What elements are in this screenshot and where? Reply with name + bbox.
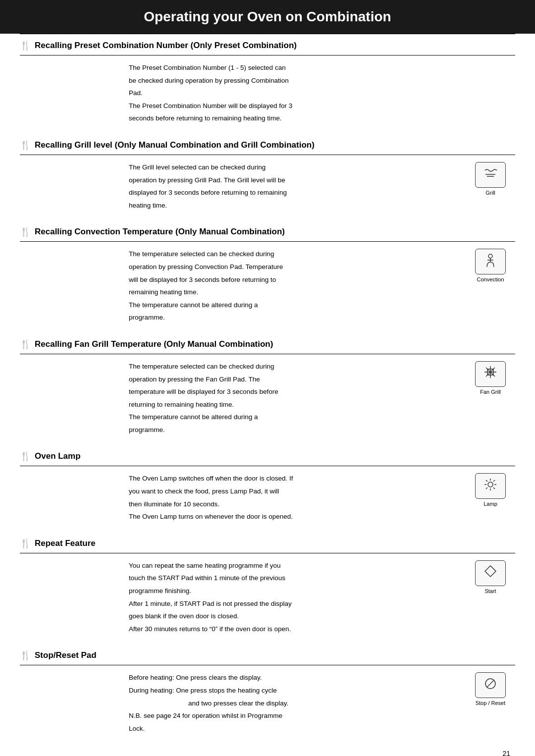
text-line: programme. (129, 312, 461, 323)
text-line: The temperature selected can be checked … (129, 361, 461, 372)
section-repeat: 🍴 Repeat Feature You can repeat the same… (20, 531, 515, 644)
section-header-lamp: 🍴 Oven Lamp (20, 444, 515, 466)
section-body-preset: The Preset Combination Number (1 - 5) se… (20, 55, 515, 133)
cutlery-icon-5: 🍴 (20, 451, 31, 462)
section-title-convection: Recalling Convection Temperature (Only M… (35, 227, 285, 237)
start-button-box: Start (471, 560, 510, 594)
section-title-repeat: Repeat Feature (35, 539, 96, 548)
svg-marker-19 (485, 566, 496, 577)
grill-button-label: Grill (485, 190, 495, 196)
start-button-visual[interactable] (475, 560, 506, 586)
section-body-grill: The Grill level selected can be checked … (20, 155, 515, 219)
section-header-preset: 🍴 Recalling Preset Combination Number (O… (20, 34, 515, 55)
stop-reset-icon (483, 677, 497, 693)
section-text-lamp: The Oven Lamp switches off when the door… (20, 473, 471, 524)
section-text-preset: The Preset Combination Number (1 - 5) se… (20, 62, 515, 126)
convection-icon (483, 253, 497, 270)
section-text-fan-grill: The temperature selected can be checked … (20, 361, 471, 437)
section-preset-combination: 🍴 Recalling Preset Combination Number (O… (20, 34, 515, 133)
section-title-fan-grill: Recalling Fan Grill Temperature (Only Ma… (35, 339, 273, 349)
text-line: goes blank if the oven door is closed. (129, 611, 461, 622)
fan-grill-button-label: Fan Grill (480, 389, 501, 395)
section-header-grill: 🍴 Recalling Grill level (Only Manual Com… (20, 133, 515, 155)
svg-point-2 (488, 254, 492, 258)
main-content: 🍴 Recalling Preset Combination Number (O… (0, 34, 535, 756)
text-line: After 30 minutes returns to “0” if the o… (129, 624, 461, 635)
section-text-stop-reset: Before heating: One press clears the dis… (20, 672, 471, 736)
cutlery-icon-4: 🍴 (20, 339, 31, 350)
svg-line-15 (486, 480, 487, 482)
text-line: Pad. (129, 88, 505, 99)
section-body-lamp: The Oven Lamp switches off when the door… (20, 466, 515, 531)
section-body-repeat: You can repeat the same heating programm… (20, 553, 515, 644)
lamp-button-box: Lamp (471, 473, 510, 507)
cutlery-icon-7: 🍴 (20, 650, 31, 661)
start-button-label: Start (484, 588, 496, 594)
svg-line-17 (493, 480, 495, 482)
convection-button-visual[interactable] (475, 249, 506, 274)
text-line: temperature will be displayed for 3 seco… (129, 386, 461, 397)
section-header-repeat: 🍴 Repeat Feature (20, 531, 515, 553)
text-line: you want to check the food, press Lamp P… (129, 486, 461, 497)
text-line: displayed for 3 seconds before returning… (129, 187, 461, 198)
section-convection: 🍴 Recalling Convection Temperature (Only… (20, 219, 515, 332)
fan-grill-button-box: Fan Grill (471, 361, 510, 395)
text-line: programme finishing. (129, 586, 461, 596)
text-line: programme. (129, 425, 461, 435)
convection-button-box: Convection (471, 249, 510, 282)
stop-reset-button-box: Stop / Reset (471, 672, 510, 706)
section-header-fan-grill: 🍴 Recalling Fan Grill Temperature (Only … (20, 332, 515, 354)
text-line: The temperature cannot be altered during… (129, 300, 461, 311)
cutlery-icon-2: 🍴 (20, 140, 31, 151)
grill-button-box: Grill (471, 162, 510, 196)
text-line: The Oven Lamp turns on whenever the door… (129, 511, 461, 522)
section-fan-grill: 🍴 Recalling Fan Grill Temperature (Only … (20, 332, 515, 444)
text-line: be checked during operation by pressing … (129, 75, 505, 86)
cutlery-icon-1: 🍴 (20, 40, 31, 51)
svg-line-18 (486, 487, 487, 489)
text-line: returning to remaining heating time. (129, 399, 461, 410)
section-text-convection: The temperature selected can be checked … (20, 249, 471, 325)
text-line: The Grill level selected can be checked … (129, 162, 461, 173)
section-oven-lamp: 🍴 Oven Lamp The Oven Lamp switches off w… (20, 444, 515, 531)
text-line: The temperature selected can be checked … (129, 249, 461, 260)
stop-reset-button-label: Stop / Reset (476, 700, 506, 706)
text-line: touch the START Pad within 1 minute of t… (129, 573, 461, 584)
text-line: remaining heating time. (129, 287, 461, 298)
section-header-stop-reset: 🍴 Stop/Reset Pad (20, 643, 515, 665)
text-line: and two presses clear the display. (129, 698, 461, 709)
text-line: The Oven Lamp switches off when the door… (129, 473, 461, 484)
section-grill-level: 🍴 Recalling Grill level (Only Manual Com… (20, 133, 515, 219)
section-stop-reset: 🍴 Stop/Reset Pad Before heating: One pre… (20, 643, 515, 743)
text-line: operation by pressing Convection Pad. Te… (129, 262, 461, 272)
text-line: will be displayed for 3 seconds before r… (129, 274, 461, 285)
text-line: heating time. (129, 200, 461, 211)
section-body-convection: The temperature selected can be checked … (20, 242, 515, 332)
section-body-stop-reset: Before heating: One press clears the dis… (20, 665, 515, 743)
section-text-grill: The Grill level selected can be checked … (20, 162, 471, 213)
page-number: 21 (502, 750, 510, 756)
section-title-stop-reset: Stop/Reset Pad (35, 650, 97, 660)
text-line: During heating: One press stops the heat… (129, 685, 461, 696)
page-title: Operating your Oven on Combination (0, 0, 535, 34)
text-line: The temperature cannot be altered during… (129, 412, 461, 423)
svg-line-16 (493, 487, 495, 489)
text-line: You can repeat the same heating programm… (129, 560, 461, 571)
lamp-button-visual[interactable] (475, 473, 506, 499)
text-line: Before heating: One press clears the dis… (129, 672, 461, 683)
fan-grill-button-visual[interactable] (475, 361, 506, 387)
grill-button-visual[interactable] (475, 162, 506, 188)
section-body-fan-grill: The temperature selected can be checked … (20, 354, 515, 444)
fan-grill-icon (483, 365, 497, 381)
text-line: operation by pressing Grill Pad. The Gri… (129, 175, 461, 186)
svg-point-10 (488, 482, 493, 487)
lamp-button-label: Lamp (483, 501, 497, 507)
lamp-icon (483, 478, 497, 494)
section-text-repeat: You can repeat the same heating programm… (20, 560, 471, 637)
section-title-lamp: Oven Lamp (35, 451, 81, 461)
section-title-preset: Recalling Preset Combination Number (Onl… (35, 41, 297, 51)
start-icon (484, 565, 497, 580)
stop-reset-button-visual[interactable] (475, 672, 506, 698)
cutlery-icon-6: 🍴 (20, 538, 31, 549)
text-line: operation by pressing the Fan Grill Pad.… (129, 374, 461, 385)
